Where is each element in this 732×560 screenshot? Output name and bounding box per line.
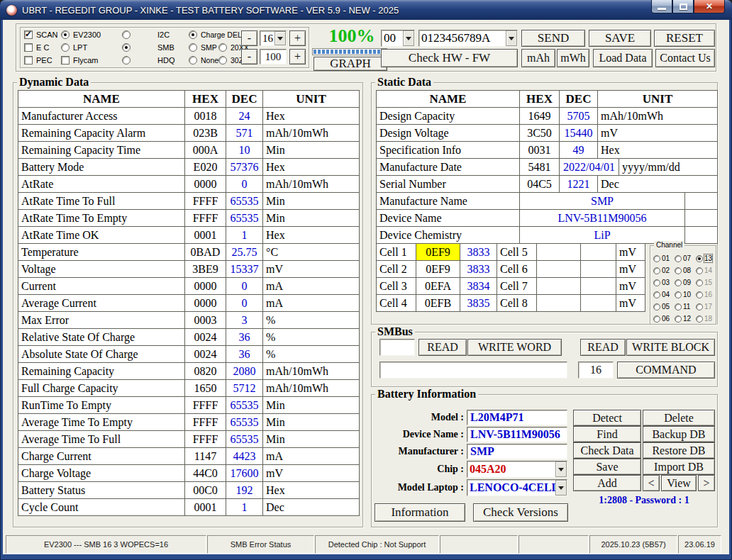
count-plus-button[interactable]: + — [289, 49, 306, 65]
channel-radio[interactable]: 03 — [653, 279, 675, 286]
mwh-button[interactable]: mWh — [557, 49, 589, 67]
check-hw-fw-button[interactable]: Check HW - FW — [381, 49, 518, 67]
maximize-button[interactable] — [672, 0, 694, 13]
charge-dell-radio[interactable]: Charge DELL — [189, 30, 246, 39]
channel-radio[interactable]: 04 — [653, 291, 675, 298]
next-button[interactable]: > — [698, 475, 715, 491]
channel-radio[interactable]: 15 — [696, 279, 716, 286]
ec-checkbox-box[interactable] — [24, 43, 33, 52]
channel-radio-circle[interactable] — [675, 315, 682, 323]
channel-radio-circle[interactable] — [653, 315, 660, 323]
channel-radio-circle[interactable] — [653, 267, 660, 274]
write-word-button[interactable]: WRITE WORD — [467, 339, 562, 356]
manufacturer-input[interactable] — [467, 444, 567, 459]
hdq-radio[interactable]: HDQ — [122, 56, 174, 65]
data-select[interactable]: 0123456789A — [418, 30, 518, 47]
smp-radio[interactable]: SMP — [189, 43, 217, 52]
read-word-button[interactable]: READ — [418, 339, 467, 356]
channel-radio[interactable]: 10 — [675, 291, 696, 298]
mah-button[interactable]: mAh — [521, 49, 555, 67]
chip-select[interactable]: 045A20 — [467, 461, 567, 478]
pec-checkbox[interactable]: PEC — [24, 56, 52, 65]
channel-radio-circle[interactable] — [653, 255, 660, 262]
command-select[interactable]: 00 — [381, 30, 415, 47]
channel-radio[interactable]: 01 — [653, 254, 675, 262]
channel-radio[interactable]: 06 — [653, 315, 675, 323]
flycam-checkbox[interactable]: Flycam — [61, 56, 98, 65]
address-combo[interactable]: 16 — [260, 30, 287, 46]
channel-radio-circle[interactable] — [696, 279, 703, 286]
scan-checkbox[interactable]: SCAN — [24, 30, 58, 39]
channel-radio[interactable]: 16 — [696, 291, 716, 298]
view-button[interactable]: View — [661, 475, 697, 491]
address-minus-button[interactable]: - — [241, 30, 257, 46]
restore-db-button[interactable]: Restore DB — [643, 442, 715, 459]
channel-radio-circle[interactable] — [653, 303, 660, 310]
command-button[interactable]: COMMAND — [617, 362, 715, 379]
lpt-radio[interactable]: LPT — [61, 43, 87, 52]
channel-radio[interactable]: 11 — [675, 303, 696, 310]
import-db-button[interactable]: Import DB — [643, 459, 715, 475]
add-button[interactable]: Add — [573, 475, 641, 491]
close-button[interactable]: ✕ — [694, 0, 725, 13]
dropdown-arrow-icon[interactable] — [555, 480, 567, 495]
i2c-radio[interactable]: I2C — [122, 30, 170, 39]
channel-radio-circle[interactable] — [696, 303, 703, 310]
find-button[interactable]: Find — [573, 426, 641, 442]
channel-radio[interactable]: 14 — [696, 267, 716, 274]
channel-radio[interactable]: 13 — [696, 254, 716, 262]
channel-radio-circle[interactable] — [696, 267, 703, 274]
graph-button[interactable]: GRAPH — [314, 57, 387, 71]
pec-checkbox-box[interactable] — [24, 56, 33, 65]
dropdown-arrow-icon[interactable] — [403, 30, 414, 46]
delete-button[interactable]: Delete — [643, 410, 715, 426]
smbus-word-input[interactable] — [379, 339, 415, 356]
channel-radio[interactable]: 12 — [675, 315, 696, 323]
channel-radio[interactable]: 02 — [653, 267, 675, 274]
detect-button[interactable]: Detect — [573, 410, 641, 426]
device-name-input[interactable] — [467, 427, 567, 442]
channel-radio[interactable]: 09 — [675, 279, 696, 286]
smb-radio[interactable]: SMB — [122, 43, 174, 52]
smbus-block-input[interactable] — [379, 362, 567, 379]
prev-button[interactable]: < — [643, 475, 660, 491]
send-button[interactable]: SEND — [521, 30, 585, 47]
write-block-button[interactable]: WRITE BLOCK — [626, 339, 715, 356]
channel-radio-circle[interactable] — [653, 279, 660, 286]
ev2300-radio[interactable]: EV2300 — [61, 30, 101, 39]
backup-db-button[interactable]: Backup DB — [643, 426, 715, 442]
reset-button[interactable]: RESET — [654, 30, 715, 47]
contact-us-button[interactable]: Contact Us — [655, 49, 715, 67]
channel-radio[interactable]: 08 — [675, 267, 696, 274]
check-versions-button[interactable]: Check Versions — [473, 503, 568, 522]
channel-radio-circle[interactable] — [696, 255, 703, 262]
ec-checkbox[interactable]: E C — [24, 43, 49, 52]
information-button[interactable]: Information — [375, 503, 465, 522]
channel-radio[interactable]: 17 — [696, 303, 716, 310]
load-data-button[interactable]: Load Data — [593, 49, 653, 67]
dropdown-arrow-icon[interactable] — [274, 31, 286, 45]
count-minus-button[interactable]: - — [241, 49, 257, 65]
scan-checkbox-box[interactable] — [24, 30, 33, 39]
channel-radio[interactable]: 18 — [696, 315, 716, 323]
channel-radio-circle[interactable] — [653, 291, 660, 298]
dropdown-arrow-icon[interactable] — [555, 461, 567, 477]
channel-radio[interactable]: 07 — [675, 254, 696, 262]
channel-radio[interactable]: 05 — [653, 303, 675, 310]
channel-radio-circle[interactable] — [675, 267, 682, 274]
count-input[interactable] — [260, 49, 287, 65]
none-radio[interactable]: None — [189, 56, 218, 65]
model-laptop-select[interactable]: LENOCO-4CELL — [467, 479, 567, 496]
read-block-button[interactable]: READ — [580, 339, 626, 356]
channel-radio-circle[interactable] — [675, 279, 682, 286]
model-input[interactable] — [467, 410, 567, 425]
save-button[interactable]: SAVE — [589, 30, 651, 47]
channel-radio-circle[interactable] — [675, 291, 682, 298]
dropdown-arrow-icon[interactable] — [506, 30, 517, 46]
command-count-input[interactable] — [578, 362, 614, 379]
minimize-button[interactable] — [651, 0, 672, 13]
check-data-button[interactable]: Check Data — [573, 442, 641, 459]
address-plus-button[interactable]: + — [289, 30, 306, 46]
channel-radio-circle[interactable] — [675, 303, 682, 310]
channel-radio-circle[interactable] — [675, 255, 682, 262]
